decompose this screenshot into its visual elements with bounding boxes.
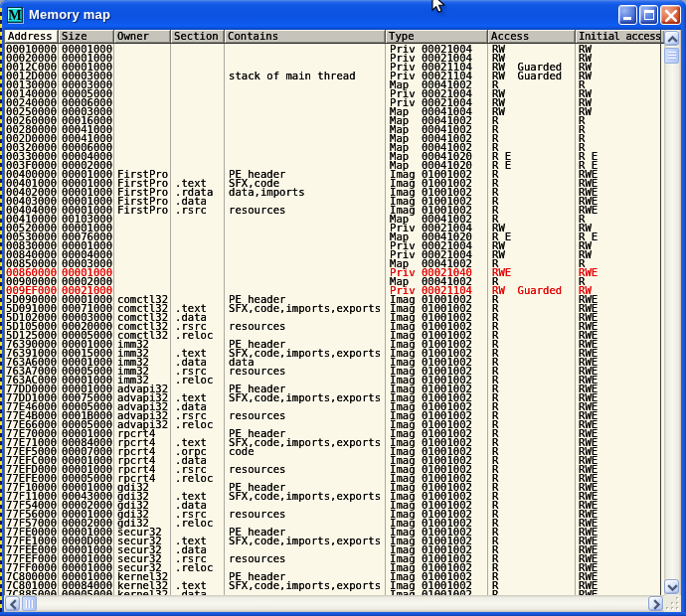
scroll-left-button[interactable] bbox=[5, 596, 20, 611]
column-header-address[interactable]: Address bbox=[4, 30, 58, 43]
column-divider bbox=[385, 44, 386, 595]
window-title: Memory map bbox=[29, 7, 110, 22]
scroll-right-button[interactable] bbox=[648, 596, 663, 611]
column-divider bbox=[224, 44, 225, 595]
mouse-cursor bbox=[431, 0, 459, 23]
memory-map-window: M Memory map AddressSizeOwnerSectionCont… bbox=[0, 0, 686, 616]
column-divider bbox=[170, 44, 171, 595]
scroll-up-icon bbox=[667, 34, 678, 45]
column-header-row: AddressSizeOwnerSectionContainsTypeAcces… bbox=[4, 30, 664, 44]
column-header-contains[interactable]: Contains bbox=[224, 30, 385, 43]
scroll-right-icon bbox=[651, 599, 662, 610]
table-left-edge bbox=[4, 30, 5, 595]
maximize-button[interactable] bbox=[639, 5, 658, 25]
column-header-section[interactable]: Section bbox=[170, 30, 224, 43]
screen: M Memory map AddressSizeOwnerSectionCont… bbox=[0, 0, 686, 616]
column-header-access[interactable]: Access bbox=[487, 30, 575, 43]
column-header-initial_access[interactable]: Initial access bbox=[575, 30, 664, 43]
table-right-edge bbox=[660, 30, 661, 595]
column-header-owner[interactable]: Owner bbox=[113, 30, 170, 43]
close-icon bbox=[664, 9, 678, 23]
column-divider bbox=[113, 44, 114, 595]
vertical-thumb-grip bbox=[668, 52, 676, 61]
column-header-type[interactable]: Type bbox=[385, 30, 487, 43]
memory-table: 0001000000001000Priv 00021004RWRW0002000… bbox=[4, 45, 661, 595]
scroll-left-icon bbox=[8, 599, 19, 610]
horizontal-scroll-thumb[interactable] bbox=[22, 596, 37, 611]
close-button[interactable] bbox=[660, 5, 681, 25]
minimize-icon bbox=[623, 17, 631, 20]
vertical-scroll-thumb[interactable] bbox=[664, 48, 679, 64]
column-divider bbox=[487, 44, 488, 595]
scroll-up-button[interactable] bbox=[664, 31, 679, 46]
app-icon-letter: M bbox=[8, 7, 22, 23]
window-border-bottom bbox=[0, 612, 686, 616]
resize-grip-dots bbox=[664, 595, 682, 612]
maximize-icon bbox=[644, 10, 654, 20]
scroll-down-button[interactable] bbox=[664, 579, 679, 594]
app-icon: M bbox=[7, 7, 23, 23]
scroll-down-icon bbox=[667, 582, 678, 593]
background-marquee-edge bbox=[0, 8, 2, 612]
minimize-button[interactable] bbox=[618, 5, 637, 25]
window-border-right bbox=[681, 8, 686, 616]
title-bar[interactable]: M Memory map bbox=[0, 0, 686, 30]
resize-grip[interactable] bbox=[664, 595, 682, 612]
horizontal-thumb-grip bbox=[26, 600, 35, 608]
column-divider bbox=[58, 44, 59, 595]
column-divider bbox=[575, 44, 576, 595]
column-header-size[interactable]: Size bbox=[58, 30, 113, 43]
horizontal-scrollbar[interactable] bbox=[4, 595, 664, 612]
vertical-scrollbar[interactable] bbox=[664, 30, 681, 595]
window-controls bbox=[618, 5, 681, 25]
